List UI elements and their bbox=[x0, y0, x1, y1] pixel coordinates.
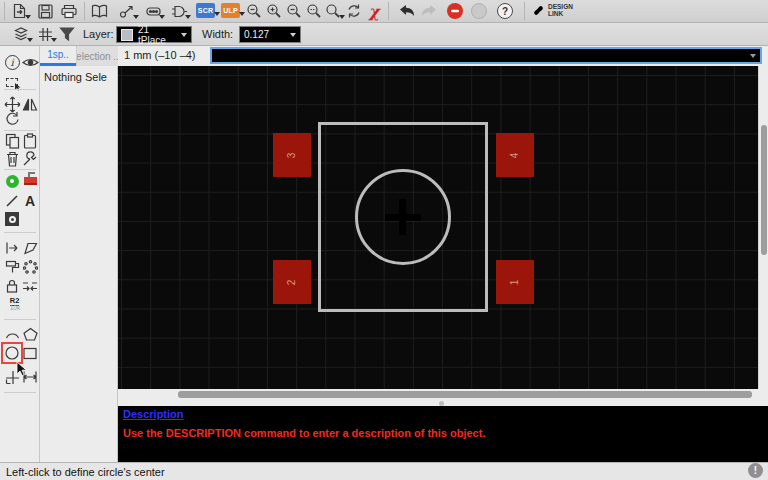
horizontal-scrollbar-thumb[interactable] bbox=[178, 391, 752, 398]
dropdown-caret bbox=[25, 15, 31, 19]
dropdown-caret bbox=[159, 15, 165, 19]
lock-icon bbox=[6, 279, 18, 293]
pad-tool[interactable] bbox=[3, 172, 21, 190]
copy-icon bbox=[5, 133, 20, 149]
rotate-tool[interactable] bbox=[3, 109, 21, 127]
polygon-tool[interactable] bbox=[21, 239, 39, 257]
rectangle-tool[interactable] bbox=[21, 344, 39, 362]
tab-selection[interactable]: election .. bbox=[76, 46, 118, 66]
save-button[interactable] bbox=[34, 1, 56, 21]
smd-tool[interactable] bbox=[21, 172, 39, 190]
save-icon bbox=[38, 4, 53, 19]
palette-divider bbox=[4, 319, 36, 320]
zoom-out-button[interactable] bbox=[283, 1, 305, 21]
canvas-top-bar: 1 mm (–10 –4) bbox=[118, 46, 768, 66]
status-text: Left-click to define circle's center bbox=[6, 466, 165, 478]
width-value: 0.127 bbox=[244, 29, 284, 40]
horizontal-scrollbar[interactable] bbox=[118, 389, 768, 401]
toolbar-separator bbox=[524, 2, 525, 20]
route-tool[interactable] bbox=[3, 258, 21, 276]
layer-settings-button[interactable] bbox=[10, 24, 32, 44]
undo-button[interactable] bbox=[396, 1, 418, 21]
zoom-in-icon bbox=[266, 3, 282, 19]
wrench-icon bbox=[22, 151, 38, 167]
dropdown-caret bbox=[185, 15, 191, 19]
eye-icon bbox=[22, 57, 39, 68]
help-button[interactable]: ? bbox=[497, 3, 513, 19]
zoom-fit-button[interactable] bbox=[243, 1, 265, 21]
vertical-scrollbar-thumb[interactable] bbox=[761, 125, 767, 255]
smd-pad-2[interactable]: 2 bbox=[273, 260, 311, 304]
paste-tool[interactable] bbox=[21, 132, 39, 150]
arc-icon bbox=[5, 329, 20, 339]
ulp-button[interactable]: ULP bbox=[221, 3, 240, 18]
stop-button[interactable] bbox=[447, 3, 463, 19]
rotate-icon bbox=[5, 111, 20, 126]
inspector-tabs: 1sp.. election .. bbox=[40, 46, 118, 66]
layer-dropdown[interactable]: 21 tPlace bbox=[116, 26, 192, 43]
print-icon bbox=[61, 4, 77, 19]
change-tool[interactable] bbox=[21, 150, 39, 168]
pin-tool[interactable] bbox=[3, 239, 21, 257]
info-icon: i bbox=[5, 55, 20, 70]
device-button[interactable] bbox=[116, 1, 138, 21]
vertical-scrollbar[interactable] bbox=[758, 66, 768, 389]
name-value-tool[interactable]: R2 10k bbox=[3, 295, 27, 313]
description-text: Use the DESCRIPTION command to enter a d… bbox=[123, 427, 763, 439]
toolbar-separator bbox=[388, 2, 389, 20]
notification-icon[interactable]: ! bbox=[748, 463, 763, 478]
line-tool[interactable] bbox=[3, 192, 21, 210]
tab-inspector[interactable]: 1sp.. bbox=[40, 46, 76, 66]
selection-filter-button[interactable] bbox=[56, 24, 78, 44]
ratsnest-tool[interactable] bbox=[21, 258, 39, 276]
show-tool[interactable] bbox=[21, 53, 39, 71]
dropdown-caret bbox=[181, 33, 187, 37]
circle-tool[interactable] bbox=[3, 344, 21, 362]
smd-icon bbox=[24, 177, 37, 185]
scr-button[interactable]: SCR bbox=[196, 3, 215, 18]
info-tool[interactable]: i bbox=[3, 53, 21, 71]
symbol-button[interactable] bbox=[168, 1, 190, 21]
pentagon-icon bbox=[23, 327, 38, 341]
drawing-canvas[interactable]: 3 4 2 1 bbox=[118, 66, 758, 389]
print-button[interactable] bbox=[58, 1, 80, 21]
design-link-button[interactable]: DESIGN LINK bbox=[532, 3, 573, 17]
scr-label: SCR bbox=[198, 7, 213, 14]
text-tool[interactable]: A bbox=[21, 192, 39, 210]
width-label: Width: bbox=[202, 28, 233, 40]
delete-tool[interactable] bbox=[3, 150, 21, 168]
x-mark-button[interactable]: χ bbox=[363, 1, 385, 21]
lock-tool[interactable] bbox=[3, 277, 21, 295]
copy-tool[interactable] bbox=[3, 132, 21, 150]
circle-icon bbox=[4, 345, 20, 361]
redo-button[interactable] bbox=[418, 1, 440, 21]
new-file-button[interactable] bbox=[8, 1, 30, 21]
palette-divider bbox=[4, 232, 36, 233]
go-button[interactable] bbox=[471, 3, 487, 19]
smd-pad-4[interactable]: 4 bbox=[496, 133, 534, 177]
grid-button[interactable] bbox=[34, 24, 56, 44]
smd-pad-1[interactable]: 1 bbox=[496, 260, 534, 304]
help-icon: ? bbox=[502, 6, 508, 17]
description-link[interactable]: Description bbox=[123, 408, 184, 420]
command-input[interactable] bbox=[210, 47, 762, 64]
dropdown-caret bbox=[290, 33, 296, 37]
width-dropdown[interactable]: 0.127 bbox=[239, 26, 301, 43]
mirror-tool[interactable] bbox=[21, 95, 39, 113]
smd-pad-3[interactable]: 3 bbox=[273, 133, 311, 177]
via-tool[interactable] bbox=[3, 210, 21, 228]
pad-number: 1 bbox=[510, 279, 521, 285]
polygon-pour-tool[interactable] bbox=[21, 325, 39, 343]
arc-tool[interactable] bbox=[3, 325, 21, 343]
inspector-status: Nothing Sele bbox=[44, 71, 118, 83]
design-link-label: DESIGN LINK bbox=[548, 3, 573, 17]
palette-divider bbox=[4, 169, 36, 170]
pad-number: 3 bbox=[287, 152, 298, 158]
package-button[interactable] bbox=[142, 1, 164, 21]
pad-icon bbox=[6, 175, 19, 188]
library-button[interactable] bbox=[88, 1, 110, 21]
optimize-tool[interactable] bbox=[21, 277, 39, 295]
refresh-button[interactable] bbox=[343, 1, 365, 21]
zoom-in-button[interactable] bbox=[263, 1, 285, 21]
zoom-redraw-button[interactable] bbox=[322, 1, 344, 21]
